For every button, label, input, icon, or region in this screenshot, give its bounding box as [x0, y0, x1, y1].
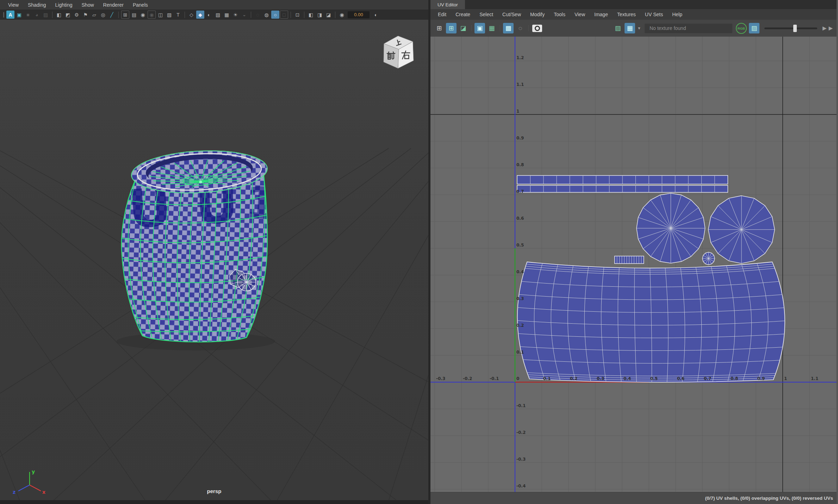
camera-settings-icon[interactable]: ⚙: [73, 11, 81, 19]
rgb-channel-icon[interactable]: RGB: [736, 23, 747, 34]
svg-text:-0.4: -0.4: [516, 484, 526, 489]
panel-toolbar: A▣■◕▨◧◩⚙⚑▱◎╱⊞▤◉◉◫▧T◇◆◐▧▦☀◒◌◍○□⊡◧◨◪◉0.00◖: [0, 10, 428, 20]
checker-texture-icon[interactable]: ▦: [625, 23, 635, 33]
safe-action-icon[interactable]: ▧: [165, 11, 173, 19]
svg-text:0.3: 0.3: [516, 296, 524, 301]
camera-lock-icon[interactable]: ◩: [64, 11, 72, 19]
xray-icon[interactable]: ◍: [262, 11, 271, 19]
uv-menu-uv-sets[interactable]: UV Sets: [640, 12, 668, 17]
render-view-icon[interactable]: ▨: [42, 11, 50, 19]
uv-menu-modify[interactable]: Modify: [526, 12, 549, 17]
toolbar-expand-icon-2[interactable]: ▶: [828, 25, 833, 31]
uv-menu-image[interactable]: Image: [590, 12, 613, 17]
toolbar-separator: [500, 25, 500, 31]
fog-icon[interactable]: ◌: [254, 11, 262, 19]
uv-menu-tools[interactable]: Tools: [549, 12, 570, 17]
camera-icon[interactable]: ◧: [55, 11, 63, 19]
uv-menu-view[interactable]: View: [570, 12, 590, 17]
pixel-grid-icon[interactable]: ▩: [503, 23, 514, 33]
uv-shell-barrel-bottom-disc: [708, 196, 775, 263]
uv-distortion-icon[interactable]: ⊞: [434, 23, 445, 33]
uv-menu-create[interactable]: Create: [451, 12, 475, 17]
tile-border-icon[interactable]: ▣: [474, 23, 485, 33]
texture-image-icon[interactable]: ▨: [613, 23, 623, 33]
axis-gizmo: yxz: [5, 468, 51, 502]
motion-blur-icon[interactable]: ◒: [240, 11, 248, 19]
image-plane-icon[interactable]: ▱: [90, 11, 98, 19]
gate-mask-icon[interactable]: ◉: [148, 11, 156, 19]
lasso-tool-icon[interactable]: ■: [24, 11, 32, 19]
view-cube[interactable]: [376, 31, 418, 74]
grid-display-icon[interactable]: ⊞: [121, 11, 129, 19]
all-lights-icon[interactable]: ▧: [214, 11, 222, 19]
menu-renderer[interactable]: Renderer: [99, 2, 128, 8]
menu-view[interactable]: View: [4, 2, 23, 8]
layer-a-icon[interactable]: ◧: [307, 11, 315, 19]
viewport-3d[interactable]: UUJ1: [0, 20, 428, 500]
uv-menu-edit[interactable]: Edit: [433, 12, 451, 17]
svg-text:-0.2: -0.2: [463, 376, 472, 381]
lighting-icon[interactable]: ☀: [231, 11, 240, 19]
safe-title-icon[interactable]: T: [174, 11, 182, 19]
field-chart-icon[interactable]: ◫: [156, 11, 165, 19]
uv-menu-help[interactable]: Help: [668, 12, 687, 17]
uv-menu-select[interactable]: Select: [475, 12, 498, 17]
uv-snapshot-icon[interactable]: [532, 25, 542, 32]
menu-shading[interactable]: Shading: [23, 2, 50, 8]
shadows-icon[interactable]: ▦: [223, 11, 231, 19]
tile-grid-icon[interactable]: ▦: [486, 23, 497, 33]
resolution-gate-icon[interactable]: ◉: [139, 11, 147, 19]
exposure-value-field[interactable]: 0.00: [348, 11, 370, 18]
clipped-icon[interactable]: ◖: [371, 11, 379, 19]
toolbar-expand-icon[interactable]: ▶: [823, 25, 827, 31]
svg-text:-0.2: -0.2: [516, 430, 526, 435]
default-material-icon[interactable]: □: [280, 11, 288, 19]
svg-text:1.1: 1.1: [811, 376, 818, 381]
isolate-select-icon[interactable]: ⊡: [293, 11, 302, 19]
select-tool-icon[interactable]: A: [6, 11, 14, 19]
uv-canvas[interactable]: -0.3-0.2-0.100.10.20.30.40.50.60.70.80.9…: [430, 37, 837, 492]
image-output-icon[interactable]: ◪: [324, 11, 333, 19]
frame-icon[interactable]: ▣: [15, 11, 23, 19]
wire-on-shaded-icon[interactable]: ○: [271, 11, 279, 19]
toolbar-separator: [52, 12, 52, 18]
uv-shell-barrel-rim-strip-2: [517, 185, 728, 192]
uv-editor-tab[interactable]: UV Editor: [430, 0, 465, 9]
shaded-mode-icon[interactable]: ◆: [196, 11, 204, 19]
exposure-icon[interactable]: ◉: [338, 11, 346, 19]
texture-dim-slider[interactable]: [764, 27, 817, 29]
toolbar-separator: [118, 12, 119, 18]
film-gate-icon[interactable]: ▤: [130, 11, 138, 19]
wireframe-mode-icon[interactable]: ◇: [187, 11, 195, 19]
pencil-icon[interactable]: ╱: [108, 11, 116, 19]
svg-text:0.2: 0.2: [516, 323, 524, 328]
menu-lighting[interactable]: Lighting: [50, 2, 77, 8]
toolbar-grip[interactable]: [3, 12, 4, 18]
texture-display-icon[interactable]: ▨: [749, 23, 759, 33]
bookmark-icon[interactable]: ⚑: [81, 11, 89, 19]
uv-shell-tiles-icon[interactable]: ⊞: [446, 23, 457, 33]
textured-mode-icon[interactable]: ◐: [205, 11, 213, 19]
svg-text:0.8: 0.8: [731, 376, 738, 381]
uv-unfold-icon[interactable]: ◪: [458, 23, 468, 33]
uv-menu-textures[interactable]: Textures: [613, 12, 640, 17]
uv-menu-cut-sew[interactable]: Cut/Sew: [498, 12, 526, 17]
svg-text:0.6: 0.6: [516, 216, 524, 221]
paint-tool-icon[interactable]: ◕: [33, 11, 41, 19]
toolbar-separator: [251, 12, 251, 18]
menu-show[interactable]: Show: [77, 2, 99, 8]
layer-b-icon[interactable]: ◨: [316, 11, 324, 19]
slider-handle[interactable]: [793, 25, 797, 32]
svg-text:0.5: 0.5: [516, 243, 524, 248]
uv-shell-barrel-rim-strip-1: [517, 175, 728, 184]
panel-bottom-bar: [0, 500, 428, 504]
shaded-shell-icon[interactable]: ◌: [515, 23, 526, 33]
uv-status-bar: (0/7) UV shells, (0/0) overlapping UVs, …: [430, 492, 837, 504]
snap-icon[interactable]: ◎: [99, 11, 107, 19]
texture-dropdown-caret-icon[interactable]: ▼: [637, 26, 641, 30]
svg-text:0.7: 0.7: [516, 189, 524, 194]
uv-editor-tabrow: UV Editor: [430, 0, 837, 9]
texture-name-field[interactable]: No texture found: [645, 24, 732, 33]
menu-panels[interactable]: Panels: [128, 2, 153, 8]
toolbar-separator: [304, 12, 304, 18]
